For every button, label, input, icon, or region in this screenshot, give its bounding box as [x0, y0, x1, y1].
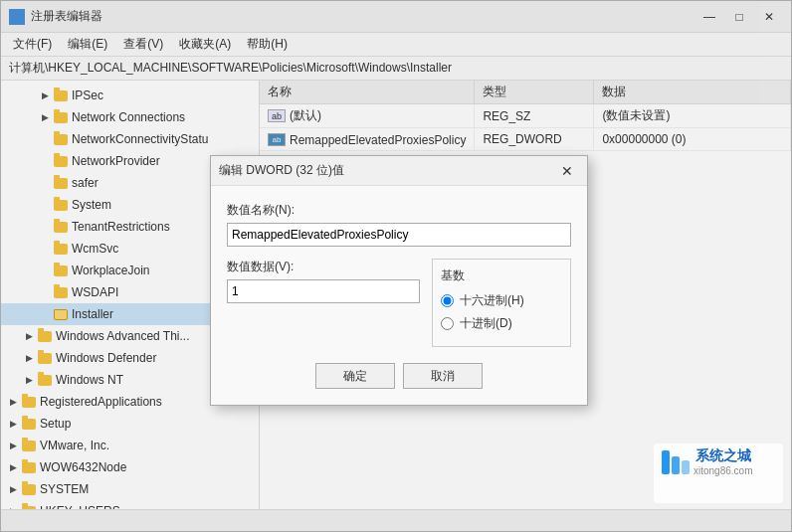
- watermark-subtitle: xitong86.com: [693, 465, 752, 476]
- dec-radio[interactable]: [441, 317, 454, 330]
- data-input[interactable]: [227, 279, 420, 303]
- dec-radio-label[interactable]: 十进制(D): [441, 315, 562, 332]
- name-label: 数值名称(N):: [227, 202, 571, 219]
- watermark-title: 系统之城: [693, 447, 752, 465]
- hex-radio[interactable]: [441, 294, 454, 307]
- main-window: 注册表编辑器 — □ ✕ 文件(F) 编辑(E) 查看(V) 收藏夹(A) 帮助…: [0, 0, 792, 532]
- dialog-title-text: 编辑 DWORD (32 位)值: [219, 162, 555, 179]
- value-section: 数值数据(V):: [227, 259, 420, 347]
- dialog-body: 数值名称(N): 数值数据(V): 基数 十六进制(H): [211, 186, 587, 405]
- base-title: 基数: [441, 267, 562, 284]
- dialog-buttons: 确定 取消: [227, 359, 571, 389]
- data-label: 数值数据(V):: [227, 259, 420, 275]
- hex-radio-label[interactable]: 十六进制(H): [441, 292, 562, 309]
- name-input[interactable]: [227, 223, 571, 247]
- base-section: 基数 十六进制(H) 十进制(D): [432, 259, 571, 347]
- cancel-button[interactable]: 取消: [403, 363, 483, 389]
- watermark: 系统之城 xitong86.com: [654, 443, 783, 503]
- edit-dword-dialog: 编辑 DWORD (32 位)值 ✕ 数值名称(N): 数值数据(V): 基数: [210, 155, 588, 406]
- value-base-row: 数值数据(V): 基数 十六进制(H) 十进制(D): [227, 259, 571, 347]
- dialog-title-bar: 编辑 DWORD (32 位)值 ✕: [211, 156, 587, 186]
- dialog-close-button[interactable]: ✕: [555, 161, 579, 181]
- dec-label: 十进制(D): [460, 315, 512, 332]
- ok-button[interactable]: 确定: [315, 363, 395, 389]
- hex-label: 十六进制(H): [460, 292, 524, 309]
